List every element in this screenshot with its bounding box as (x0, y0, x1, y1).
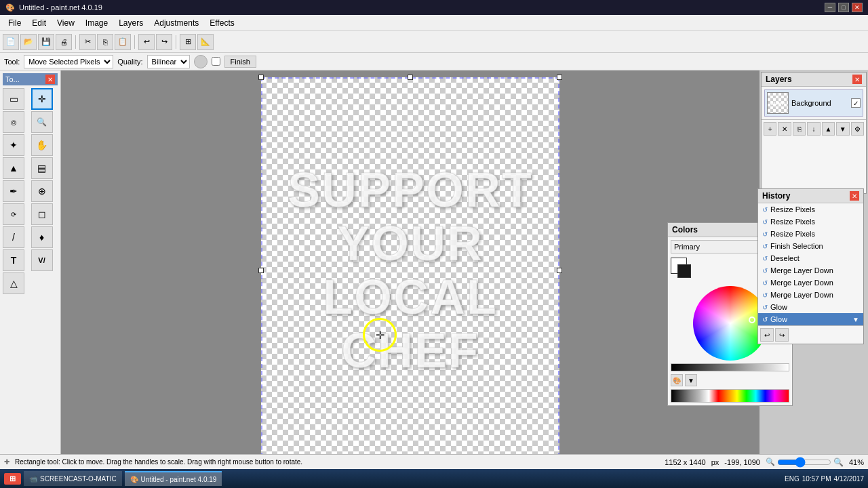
history-item-4[interactable]: ↺ Finish Selection (758, 240, 863, 252)
history-item-5[interactable]: ↺ Deselect (758, 252, 863, 264)
zoom-out-icon[interactable]: 🔍 (766, 458, 775, 466)
tool-magic-wand[interactable]: ✦ (3, 134, 24, 156)
color-brightness-bar[interactable] (671, 363, 789, 371)
toolbar-new[interactable]: 📄 (3, 34, 19, 50)
layers-add-btn[interactable]: + (764, 122, 776, 136)
quality-label: Quality: (117, 58, 142, 66)
handle-mr[interactable] (557, 268, 562, 273)
history-redo-btn[interactable]: ↪ (775, 328, 789, 342)
layers-panel-title: Layers (766, 75, 792, 84)
layers-panel-close[interactable]: ✕ (852, 75, 862, 84)
tool-select[interactable]: Move Selected Pixels (24, 55, 113, 68)
menu-view[interactable]: View (52, 17, 80, 29)
close-button[interactable]: ✕ (852, 3, 863, 12)
tool-pan[interactable]: ✋ (31, 134, 53, 156)
layers-delete-btn[interactable]: ✕ (778, 122, 791, 136)
zoom-slider[interactable] (777, 457, 831, 468)
toolbox-header: To... ✕ (3, 73, 58, 85)
image-size-display: 1152 x 1440 (665, 458, 706, 466)
tool-zoom[interactable]: 🔍 (31, 111, 53, 133)
minimize-button[interactable]: ─ (825, 3, 835, 12)
toolbar-cut[interactable]: ✂ (79, 34, 96, 50)
tool-color-picker[interactable]: ✒ (3, 180, 24, 202)
tool-text-v[interactable]: V/ (31, 249, 53, 271)
option-checkbox[interactable] (212, 57, 220, 66)
toolbar-save[interactable]: 💾 (38, 34, 54, 50)
tool-paintbrush[interactable]: ♦ (31, 226, 53, 248)
layer-item[interactable]: SUPP Background ✓ (764, 89, 863, 117)
toolbar-sep-2 (134, 35, 135, 49)
history-item-2[interactable]: ↺ Resize Pixels (758, 216, 863, 228)
toolbar-undo[interactable]: ↩ (138, 34, 155, 50)
zoom-in-icon[interactable]: 🔍 (833, 458, 844, 467)
toolbar-copy[interactable]: ⎘ (97, 34, 113, 50)
canvas-area[interactable]: SUPPORT YOUR LOCAL CHEF ✛ (61, 70, 760, 469)
history-item-6[interactable]: ↺ Merge Layer Down (758, 264, 863, 277)
layers-duplicate-btn[interactable]: ⎘ (793, 122, 806, 136)
layers-merge-btn[interactable]: ↓ (807, 122, 820, 136)
color-swatch-secondary[interactable] (677, 264, 691, 278)
palette-icon-1[interactable]: 🎨 (671, 374, 683, 386)
handle-tl[interactable] (258, 75, 264, 80)
layers-up-btn[interactable]: ▲ (822, 122, 835, 136)
history-label-3: Resize Pixels (770, 230, 815, 238)
taskbar-start-button[interactable]: ⊞ (4, 473, 21, 485)
layers-down-btn[interactable]: ▼ (836, 122, 849, 136)
toolbar-grid[interactable]: ⊞ (180, 34, 196, 50)
title-bar-controls: ─ □ ✕ (825, 3, 863, 12)
handle-tc[interactable] (408, 75, 413, 80)
finish-button[interactable]: Finish (224, 56, 256, 68)
feather-option[interactable] (194, 55, 208, 68)
tool-recolor[interactable]: ⟳ (3, 203, 24, 225)
menu-file[interactable]: File (3, 17, 26, 29)
layers-props-btn[interactable]: ⚙ (851, 122, 864, 136)
menu-effects[interactable]: Effects (204, 17, 239, 29)
toolbox-close[interactable]: ✕ (45, 75, 55, 84)
history-item-3[interactable]: ↺ Resize Pixels (758, 228, 863, 240)
toolbar-redo[interactable]: ↪ (156, 34, 172, 50)
menu-image[interactable]: Image (80, 17, 113, 29)
history-item-10[interactable]: ↺ Glow ▼ (758, 313, 863, 325)
color-palette-strip[interactable] (671, 389, 789, 403)
tool-gradient[interactable]: ▤ (31, 157, 53, 179)
toolbar-print[interactable]: 🖨 (56, 34, 72, 50)
tool-rectangle-select[interactable]: ▭ (3, 88, 24, 110)
quality-select[interactable]: Bilinear (147, 55, 190, 68)
tool-move[interactable]: ✛ (31, 88, 53, 110)
tool-shape[interactable]: △ (3, 272, 24, 294)
title-bar: 🎨 Untitled - paint.net 4.0.19 ─ □ ✕ (0, 0, 868, 15)
history-label-6: Merge Layer Down (770, 266, 833, 274)
color-mode-select[interactable]: Primary Secondary (671, 240, 770, 253)
tool-pencil[interactable]: / (3, 226, 24, 248)
tool-lasso[interactable]: ⌾ (3, 111, 24, 133)
taskbar-paintnet[interactable]: 🎨 Untitled - paint.net 4.0.19 (125, 471, 222, 486)
history-item-7[interactable]: ↺ Merge Layer Down (758, 277, 863, 289)
history-undo-btn[interactable]: ↩ (760, 328, 774, 342)
toolbar-paste[interactable]: 📋 (115, 34, 131, 50)
maximize-button[interactable]: □ (838, 3, 849, 12)
history-panel-close[interactable]: ✕ (850, 191, 859, 201)
tool-clone-stamp[interactable]: ⊕ (31, 180, 53, 202)
status-message: Rectangle tool: Click to move. Drag the … (15, 458, 302, 466)
taskbar-screencast[interactable]: 📹 SCREENCAST-O-MATIC (24, 471, 122, 486)
menu-adjustments[interactable]: Adjustments (149, 17, 204, 29)
layer-name: Background (791, 99, 848, 107)
history-item-9[interactable]: ↺ Glow (758, 301, 863, 313)
canvas-content: SUPPORT YOUR LOCAL CHEF (261, 77, 559, 464)
tool-paint-bucket[interactable]: ▲ (3, 157, 24, 179)
toolbar-open[interactable]: 📂 (20, 34, 37, 50)
handle-ml[interactable] (258, 268, 264, 273)
history-item-8[interactable]: ↺ Merge Layer Down (758, 289, 863, 301)
handle-tr[interactable] (557, 75, 562, 80)
palette-icon-2[interactable]: ▼ (685, 374, 697, 386)
toolbar-ruler[interactable]: 📐 (197, 34, 214, 50)
history-dropdown[interactable]: ▼ (852, 316, 859, 323)
menu-edit[interactable]: Edit (26, 17, 52, 29)
tool-text[interactable]: T (3, 249, 24, 271)
color-wheel[interactable] (693, 286, 768, 361)
layer-visibility[interactable]: ✓ (851, 98, 861, 108)
history-panel-title: History (762, 191, 790, 201)
tool-eraser[interactable]: ◻ (31, 203, 53, 225)
history-item-1[interactable]: ↺ Resize Pixels (758, 203, 863, 216)
menu-layers[interactable]: Layers (113, 17, 149, 29)
